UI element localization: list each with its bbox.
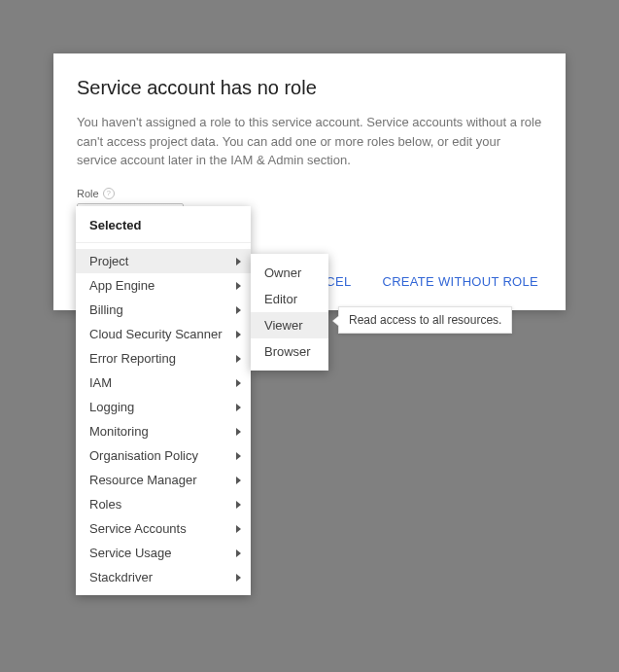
submenu-list: Owner Editor Viewer Browser [251,260,328,365]
menu-item-roles[interactable]: Roles [76,492,251,516]
menu-list: Project App Engine Billing Cloud Securit… [76,243,251,589]
menu-item-label: Project [89,254,128,268]
menu-item-monitoring[interactable]: Monitoring [76,419,251,443]
menu-item-app-engine[interactable]: App Engine [76,273,251,298]
menu-item-label: Cloud Security Scanner [89,327,223,341]
menu-item-label: Monitoring [89,424,149,439]
chevron-right-icon [236,549,241,557]
role-label-text: Role [77,188,99,199]
menu-item-label: Billing [89,302,123,317]
menu-header: Selected [76,206,251,243]
menu-item-service-usage[interactable]: Service Usage [76,541,251,565]
menu-item-project[interactable]: Project [76,249,251,273]
submenu-item-owner[interactable]: Owner [251,260,328,286]
chevron-right-icon [236,501,241,509]
menu-item-label: Logging [89,400,134,414]
chevron-right-icon [236,379,241,387]
menu-item-iam[interactable]: IAM [76,371,251,395]
menu-item-label: Service Usage [89,546,172,560]
chevron-right-icon [236,477,241,484]
chevron-right-icon [236,331,241,338]
menu-item-logging[interactable]: Logging [76,395,251,419]
role-field-label: Role ? [77,188,542,199]
submenu-item-viewer[interactable]: Viewer [251,312,328,338]
menu-item-label: Service Accounts [89,521,187,536]
menu-item-organisation-policy[interactable]: Organisation Policy [76,443,251,468]
role-submenu: Owner Editor Viewer Browser [251,254,328,371]
menu-item-label: IAM [89,375,112,390]
chevron-right-icon [236,258,241,265]
role-category-menu: Selected Project App Engine Billing Clou… [76,206,251,595]
menu-item-billing[interactable]: Billing [76,298,251,322]
chevron-right-icon [236,574,241,582]
menu-item-error-reporting[interactable]: Error Reporting [76,346,251,371]
menu-item-resource-manager[interactable]: Resource Manager [76,468,251,492]
menu-item-label: Organisation Policy [89,448,198,463]
modal-description: You haven't assigned a role to this serv… [77,113,542,170]
create-without-role-button[interactable]: CREATE WITHOUT ROLE [378,268,542,295]
menu-item-cloud-security-scanner[interactable]: Cloud Security Scanner [76,322,251,346]
submenu-item-browser[interactable]: Browser [251,338,328,365]
chevron-right-icon [236,525,241,533]
menu-item-label: Error Reporting [89,351,176,366]
menu-item-label: Resource Manager [89,473,197,487]
modal-title: Service account has no role [77,77,542,99]
chevron-right-icon [236,428,241,436]
chevron-right-icon [236,355,241,363]
chevron-right-icon [236,452,241,460]
submenu-item-editor[interactable]: Editor [251,286,328,312]
chevron-right-icon [236,404,241,411]
menu-item-stackdriver[interactable]: Stackdriver [76,565,251,589]
chevron-right-icon [236,282,241,290]
role-tooltip: Read access to all resources. [338,306,512,334]
chevron-right-icon [236,306,241,314]
menu-item-label: Stackdriver [89,570,153,584]
menu-item-service-accounts[interactable]: Service Accounts [76,516,251,541]
help-icon[interactable]: ? [103,188,115,199]
menu-item-label: App Engine [89,278,155,293]
menu-item-label: Roles [89,497,121,512]
